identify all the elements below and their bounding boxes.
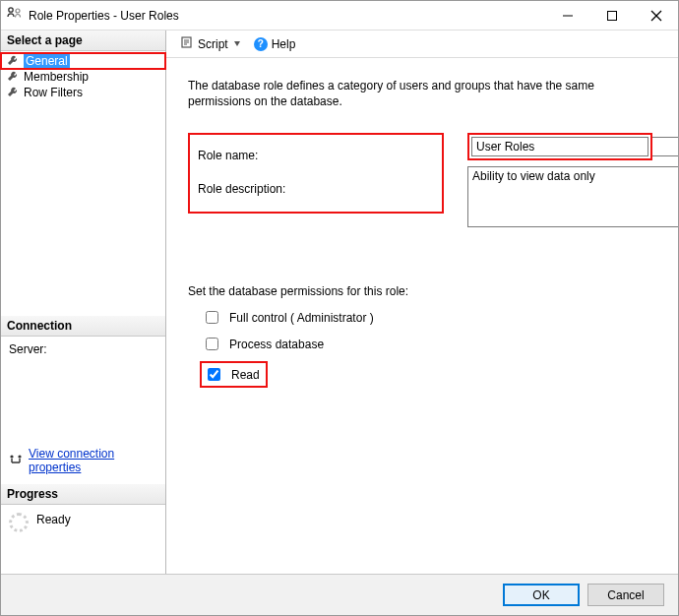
intro-text: The database role defines a category of … (188, 78, 641, 109)
content-area: The database role defines a category of … (166, 58, 678, 574)
permissions-group: Set the database permissions for this ro… (188, 284, 656, 388)
connection-panel: Server: View connection properties (1, 337, 165, 484)
role-description-label: Role description: (198, 180, 316, 196)
page-label: General (26, 54, 68, 68)
connection-icon (9, 453, 23, 469)
script-label: Script (198, 37, 228, 51)
wrench-icon (5, 70, 20, 84)
perm-read-highlight: Read (200, 361, 268, 388)
wrench-icon (5, 86, 20, 99)
role-icon (7, 6, 23, 25)
page-item-membership[interactable]: Membership (1, 69, 165, 85)
perm-full-control-checkbox[interactable] (206, 311, 218, 324)
progress-spinner-icon (9, 513, 29, 532)
toolbar: Script ? Help (166, 31, 678, 58)
page-item-row-filters[interactable]: Row Filters (1, 85, 165, 100)
help-icon: ? (254, 37, 268, 51)
cancel-button[interactable]: Cancel (587, 584, 664, 606)
perm-full-control-label: Full control ( Administrator ) (229, 311, 374, 325)
perm-process-row[interactable]: Process database (202, 335, 656, 353)
ok-button[interactable]: OK (503, 584, 580, 606)
titlebar: Role Properties - User Roles (1, 1, 678, 31)
main-panel: Script ? Help The database role defines … (166, 31, 678, 574)
role-name-label: Role name: (198, 147, 316, 162)
permissions-label: Set the database permissions for this ro… (188, 284, 656, 298)
role-description-input[interactable] (467, 166, 678, 227)
script-button[interactable]: Script (176, 33, 244, 54)
connection-header: Connection (1, 316, 165, 337)
view-connection-properties-link[interactable]: View connection properties (29, 447, 165, 474)
server-label: Server: (9, 342, 157, 356)
page-label: Membership (24, 70, 89, 84)
svg-rect-3 (607, 11, 616, 20)
svg-point-0 (9, 8, 13, 12)
dropdown-icon (234, 41, 240, 46)
maximize-button[interactable] (589, 1, 634, 30)
dialog-footer: OK Cancel (1, 574, 678, 615)
page-item-general[interactable]: General (1, 53, 165, 69)
progress-header: Progress (1, 484, 165, 505)
role-properties-dialog: Role Properties - User Roles Select a pa… (0, 0, 679, 616)
progress-status: Ready (36, 513, 71, 526)
wrench-icon (5, 54, 20, 68)
select-page-header: Select a page (1, 31, 165, 51)
perm-process-label: Process database (229, 338, 324, 351)
perm-read-label: Read (231, 368, 260, 382)
progress-panel: Ready (1, 505, 165, 574)
perm-process-checkbox[interactable] (206, 338, 218, 350)
perm-read-checkbox[interactable] (208, 368, 220, 381)
svg-point-7 (18, 455, 21, 458)
role-name-input-ext[interactable] (652, 137, 678, 156)
help-button[interactable]: ? Help (250, 35, 300, 53)
role-name-highlight: Role name: Role description: (188, 133, 444, 214)
minimize-button[interactable] (545, 1, 589, 30)
perm-full-control-row[interactable]: Full control ( Administrator ) (202, 308, 656, 327)
svg-point-1 (16, 9, 20, 13)
help-label: Help (272, 37, 296, 51)
role-name-input[interactable] (471, 137, 648, 156)
page-label: Row Filters (24, 86, 83, 99)
page-list: General Membership Row Filters (1, 51, 165, 102)
window-title: Role Properties - User Roles (29, 9, 179, 23)
sidebar: Select a page General Membership (1, 31, 166, 574)
svg-point-6 (10, 455, 13, 458)
role-name-input-highlight (467, 133, 652, 160)
script-icon (180, 35, 194, 52)
close-button[interactable] (634, 1, 678, 30)
